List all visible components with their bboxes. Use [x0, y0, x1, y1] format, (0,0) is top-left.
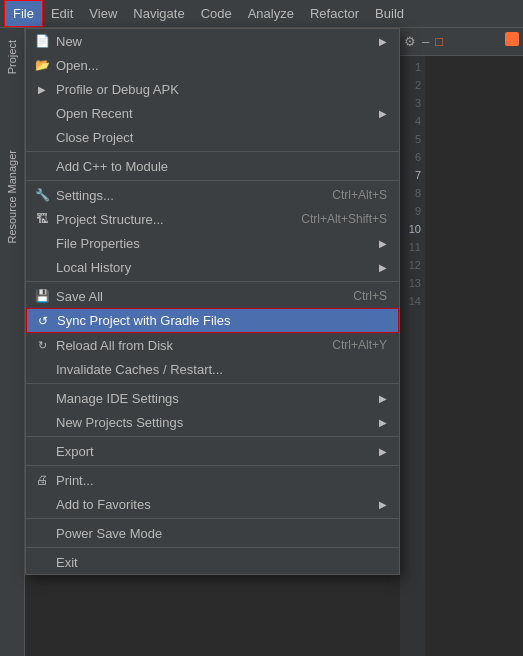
sidebar-tab-resource-manager[interactable]: Resource Manager [4, 142, 20, 252]
power-save-label: Power Save Mode [56, 526, 387, 541]
settings-label: Settings... [56, 188, 332, 203]
project-structure-shortcut: Ctrl+Alt+Shift+S [301, 212, 387, 226]
menu-item-manage-ide[interactable]: Manage IDE Settings ▶ [26, 386, 399, 410]
add-favorites-arrow: ▶ [379, 499, 387, 510]
print-icon: 🖨 [32, 473, 52, 487]
gear-icon[interactable]: ⚙ [404, 34, 416, 49]
add-cpp-label: Add C++ to Module [56, 159, 387, 174]
menu-build-label: Build [375, 6, 404, 21]
open-label: Open... [56, 58, 387, 73]
settings-shortcut: Ctrl+Alt+S [332, 188, 387, 202]
export-arrow: ▶ [379, 446, 387, 457]
menu-item-power-save[interactable]: Power Save Mode [26, 521, 399, 545]
line-13: 13 [400, 274, 425, 292]
line-14: 14 [400, 292, 425, 310]
separator-6 [26, 465, 399, 466]
separator-3 [26, 281, 399, 282]
menu-item-add-cpp[interactable]: Add C++ to Module [26, 154, 399, 178]
close-project-label: Close Project [56, 130, 387, 145]
separator-7 [26, 518, 399, 519]
line-9: 9 [400, 202, 425, 220]
line-4: 4 [400, 112, 425, 130]
menu-analyze[interactable]: Analyze [240, 0, 302, 27]
settings-icon: 🔧 [32, 188, 52, 202]
menu-view[interactable]: View [81, 0, 125, 27]
menu-item-new-projects-settings[interactable]: New Projects Settings ▶ [26, 410, 399, 434]
reload-icon: ↻ [32, 339, 52, 352]
menu-item-exit[interactable]: Exit [26, 550, 399, 574]
file-dropdown-menu: 📄 New ▶ 📂 Open... ▶ Profile or Debug APK… [25, 28, 400, 575]
separator-1 [26, 151, 399, 152]
project-structure-label: Project Structure... [56, 212, 301, 227]
menu-refactor[interactable]: Refactor [302, 0, 367, 27]
export-label: Export [56, 444, 379, 459]
reload-disk-label: Reload All from Disk [56, 338, 332, 353]
line-10: 10 [400, 220, 425, 238]
profile-debug-label: Profile or Debug APK [56, 82, 387, 97]
invalidate-label: Invalidate Caches / Restart... [56, 362, 387, 377]
sync-gradle-label: Sync Project with Gradle Files [57, 313, 386, 328]
reload-disk-shortcut: Ctrl+Alt+Y [332, 338, 387, 352]
menu-edit[interactable]: Edit [43, 0, 81, 27]
menu-item-export[interactable]: Export ▶ [26, 439, 399, 463]
menu-item-print[interactable]: 🖨 Print... [26, 468, 399, 492]
menu-view-label: View [89, 6, 117, 21]
line-11: 11 [400, 238, 425, 256]
menu-refactor-label: Refactor [310, 6, 359, 21]
menu-item-open[interactable]: 📂 Open... [26, 53, 399, 77]
file-properties-arrow: ▶ [379, 238, 387, 249]
manage-ide-label: Manage IDE Settings [56, 391, 379, 406]
menu-item-new[interactable]: 📄 New ▶ [26, 29, 399, 53]
menu-item-file-properties[interactable]: File Properties ▶ [26, 231, 399, 255]
save-all-label: Save All [56, 289, 353, 304]
separator-5 [26, 436, 399, 437]
open-icon: 📂 [32, 58, 52, 72]
line-gutter: 1 2 3 4 5 6 7 8 9 10 11 12 13 14 [400, 56, 425, 656]
menu-item-add-favorites[interactable]: Add to Favorites ▶ [26, 492, 399, 516]
menu-navigate[interactable]: Navigate [125, 0, 192, 27]
menu-item-local-history[interactable]: Local History ▶ [26, 255, 399, 279]
new-icon: 📄 [32, 34, 52, 48]
save-icon: 💾 [32, 289, 52, 303]
file-properties-label: File Properties [56, 236, 379, 251]
menu-analyze-label: Analyze [248, 6, 294, 21]
local-history-arrow: ▶ [379, 262, 387, 273]
menu-item-sync-gradle[interactable]: ↺ Sync Project with Gradle Files [26, 308, 399, 333]
menu-code[interactable]: Code [193, 0, 240, 27]
separator-8 [26, 547, 399, 548]
line-5: 5 [400, 130, 425, 148]
menu-item-reload-disk[interactable]: ↻ Reload All from Disk Ctrl+Alt+Y [26, 333, 399, 357]
minus-icon[interactable]: – [422, 34, 429, 49]
menu-file[interactable]: File [4, 0, 43, 27]
menu-item-profile-debug[interactable]: ▶ Profile or Debug APK [26, 77, 399, 101]
menu-item-project-structure[interactable]: 🏗 Project Structure... Ctrl+Alt+Shift+S [26, 207, 399, 231]
editor-tab-icon [505, 32, 519, 46]
new-projects-label: New Projects Settings [56, 415, 379, 430]
manage-ide-arrow: ▶ [379, 393, 387, 404]
menu-navigate-label: Navigate [133, 6, 184, 21]
menu-item-invalidate[interactable]: Invalidate Caches / Restart... [26, 357, 399, 381]
menu-item-settings[interactable]: 🔧 Settings... Ctrl+Alt+S [26, 183, 399, 207]
menu-build[interactable]: Build [367, 0, 412, 27]
line-12: 12 [400, 256, 425, 274]
local-history-label: Local History [56, 260, 379, 275]
line-1: 1 [400, 58, 425, 76]
menu-item-open-recent[interactable]: Open Recent ▶ [26, 101, 399, 125]
line-6: 6 [400, 148, 425, 166]
menu-item-save-all[interactable]: 💾 Save All Ctrl+S [26, 284, 399, 308]
save-all-shortcut: Ctrl+S [353, 289, 387, 303]
add-favorites-label: Add to Favorites [56, 497, 379, 512]
sync-icon: ↺ [33, 314, 53, 328]
open-recent-arrow: ▶ [379, 108, 387, 119]
maximize-icon[interactable]: □ [435, 34, 443, 49]
menu-item-close-project[interactable]: Close Project [26, 125, 399, 149]
separator-2 [26, 180, 399, 181]
menubar: File Edit View Navigate Code Analyze Ref… [0, 0, 523, 28]
new-label: New [56, 34, 379, 49]
sidebar-tab-project[interactable]: Project [4, 32, 20, 82]
menu-file-label: File [13, 6, 34, 21]
menu-code-label: Code [201, 6, 232, 21]
line-8: 8 [400, 184, 425, 202]
project-structure-icon: 🏗 [32, 212, 52, 226]
separator-4 [26, 383, 399, 384]
